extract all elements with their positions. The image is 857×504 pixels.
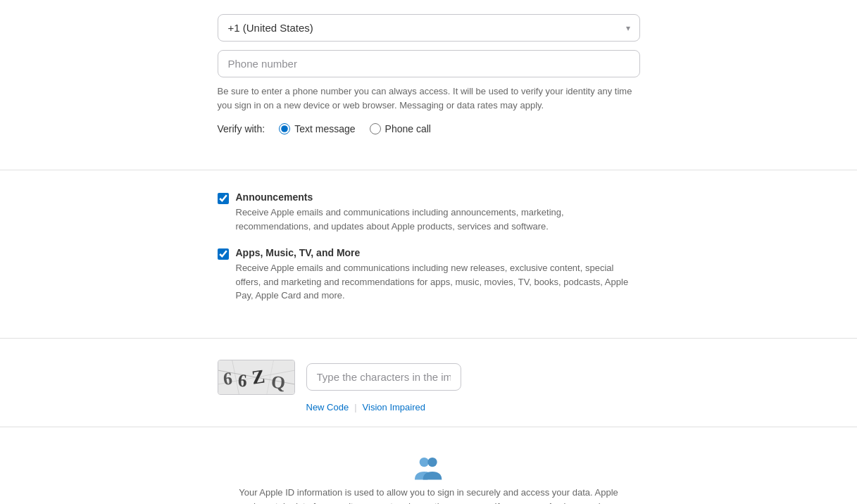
phone-number-input[interactable] bbox=[218, 50, 640, 77]
phone-call-radio[interactable] bbox=[370, 123, 381, 134]
phone-helper-text: Be sure to enter a phone number you can … bbox=[218, 84, 640, 112]
text-message-option[interactable]: Text message bbox=[279, 123, 355, 134]
announcements-title: Announcements bbox=[236, 191, 640, 203]
apps-music-title: Apps, Music, TV, and More bbox=[236, 247, 640, 258]
new-code-button[interactable]: New Code bbox=[306, 402, 349, 412]
announcements-description: Receive Apple emails and communications … bbox=[236, 206, 640, 233]
verify-with-row: Verify with: Text message Phone call bbox=[218, 123, 640, 134]
captcha-section: 6 6 Z Q New Code | Vision Impaired bbox=[218, 346, 640, 420]
phone-call-label: Phone call bbox=[385, 123, 431, 134]
text-message-radio[interactable] bbox=[279, 123, 290, 134]
captcha-links: New Code | Vision Impaired bbox=[306, 402, 425, 412]
apps-music-text: Apps, Music, TV, and More Receive Apple … bbox=[236, 247, 640, 303]
announcements-checkbox[interactable] bbox=[218, 193, 229, 204]
apps-music-checkbox[interactable] bbox=[218, 248, 229, 260]
announcements-text: Announcements Receive Apple emails and c… bbox=[236, 191, 640, 233]
privacy-text: Your Apple ID information is used to all… bbox=[225, 486, 633, 505]
captcha-row: 6 6 Z Q bbox=[218, 360, 461, 395]
captcha-input[interactable] bbox=[306, 363, 461, 391]
checkboxes-section: Announcements Receive Apple emails and c… bbox=[218, 177, 640, 331]
verify-with-label: Verify with: bbox=[218, 123, 265, 134]
text-message-label: Text message bbox=[294, 123, 355, 134]
svg-text:Q: Q bbox=[270, 371, 286, 393]
captcha-separator: | bbox=[354, 402, 356, 412]
announcements-item: Announcements Receive Apple emails and c… bbox=[218, 191, 640, 233]
country-select[interactable]: +1 (United States) +44 (United Kingdom) … bbox=[218, 14, 640, 42]
svg-text:6: 6 bbox=[237, 370, 247, 391]
country-select-wrapper: +1 (United States) +44 (United Kingdom) … bbox=[218, 14, 640, 42]
svg-text:Z: Z bbox=[250, 365, 267, 389]
apps-music-description: Receive Apple emails and communications … bbox=[236, 261, 640, 303]
apps-music-item: Apps, Music, TV, and More Receive Apple … bbox=[218, 247, 640, 303]
people-icon bbox=[411, 455, 446, 486]
captcha-image: 6 6 Z Q bbox=[218, 360, 295, 395]
svg-point-9 bbox=[419, 457, 428, 466]
vision-impaired-button[interactable]: Vision Impaired bbox=[363, 402, 425, 412]
svg-point-10 bbox=[427, 457, 437, 466]
phone-call-option[interactable]: Phone call bbox=[370, 123, 431, 134]
privacy-section: Your Apple ID information is used to all… bbox=[225, 434, 633, 505]
